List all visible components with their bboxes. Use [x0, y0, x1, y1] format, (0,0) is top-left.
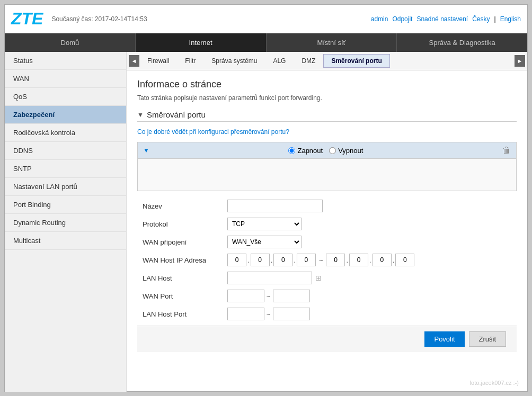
admin-link[interactable]: admin	[371, 15, 388, 23]
form-row-name: Název	[143, 200, 511, 212]
nav-item-mistni-sit[interactable]: Místní síť	[267, 33, 397, 52]
ip-to-1[interactable]	[326, 254, 345, 266]
table-container: ▼ Zapnout Vypnout	[137, 142, 517, 191]
blue-triangle-icon: ▼	[143, 147, 149, 154]
sidebar-item-sntp[interactable]: SNTP	[5, 160, 126, 178]
bottom-bar: Povolit Zrušit	[137, 326, 517, 352]
label-lan-port: LAN Host Port	[143, 310, 227, 318]
tab-dmz[interactable]: DMZ	[294, 54, 323, 68]
ip-group-from: . . . ~ . .	[227, 254, 414, 266]
radio-off-input[interactable]	[329, 147, 336, 154]
label-wan-port: WAN Port	[143, 292, 227, 300]
form-row-wan-ip: WAN Host IP Adresa . . . ~	[143, 254, 511, 266]
input-wan-port-from[interactable]	[227, 290, 264, 302]
tab-firewall[interactable]: Firewall	[139, 54, 177, 68]
radio-off-text: Vypnout	[338, 147, 363, 155]
radio-group: Zapnout Vypnout	[288, 147, 363, 155]
header-left: ZTE Současný čas: 2017-02-14T14:53	[11, 9, 147, 29]
section-help-link[interactable]: Co je dobré vědět při konfiguraci přesmě…	[137, 128, 517, 136]
time-value: 2017-02-14T14:53	[95, 15, 147, 23]
lan-search-icon[interactable]: ⊞	[315, 274, 322, 282]
sidebar-item-qos[interactable]: QoS	[5, 88, 126, 106]
input-lan-port-to[interactable]	[273, 308, 310, 320]
radio-off-label[interactable]: Vypnout	[329, 147, 363, 155]
nav-item-domu[interactable]: Domů	[5, 33, 136, 52]
tab-prev-button[interactable]: ◄	[129, 55, 139, 67]
nav-item-sprava[interactable]: Správa & Diagnostika	[397, 33, 527, 52]
tab-smerovani-portu[interactable]: Směrování portu	[323, 54, 389, 68]
radio-on-input[interactable]	[288, 147, 295, 154]
tab-filtr[interactable]: Filtr	[177, 54, 203, 68]
input-lan-port-from[interactable]	[227, 308, 264, 320]
sidebar-item-rodicovska[interactable]: Rodičovská kontrola	[5, 124, 126, 142]
logo: ZTE	[11, 9, 43, 29]
header-time: Současný čas: 2017-02-14T14:53	[51, 15, 147, 23]
section-header: ▼ Směrování portu	[137, 110, 517, 119]
wan-port-tilde: ~	[267, 292, 271, 300]
delete-icon[interactable]: 🗑	[502, 146, 511, 155]
section-title: Směrování portu	[147, 110, 206, 119]
page-info-desc: Tato stránka popisuje nastavení parametr…	[137, 94, 517, 102]
sidebar-item-ddns[interactable]: DDNS	[5, 142, 126, 160]
cancel-button[interactable]: Zrušit	[469, 331, 507, 347]
ip-range-sep: ~	[319, 256, 323, 264]
ip-from-1[interactable]	[227, 254, 246, 266]
ip-from-4[interactable]	[297, 254, 316, 266]
radio-on-label[interactable]: Zapnout	[288, 147, 323, 155]
ip-dot-5: .	[346, 256, 348, 264]
lan-host-row: ⊞	[227, 272, 322, 284]
page-info-title: Informace o stránce	[137, 79, 517, 90]
form-row-lan-port: LAN Host Port ~	[143, 308, 511, 320]
sidebar-item-lan-ports[interactable]: Nastavení LAN portů	[5, 178, 126, 196]
ip-to-2[interactable]	[349, 254, 368, 266]
form-area: Název Protokol TCP UDP TCP/UDP	[137, 200, 517, 320]
label-protokol: Protokol	[143, 220, 227, 228]
form-row-protocol: Protokol TCP UDP TCP/UDP	[143, 218, 511, 230]
lang-cs[interactable]: Česky	[472, 15, 490, 23]
input-lan-host[interactable]	[227, 272, 312, 284]
lang-en[interactable]: English	[500, 15, 521, 23]
main-nav: Domů Internet Místní síť Správa & Diagno…	[5, 33, 527, 52]
ip-dot-6: .	[369, 256, 371, 264]
input-wan-port-to[interactable]	[273, 290, 310, 302]
sidebar: Status WAN QoS Zabezpečení Rodičovská ko…	[5, 52, 127, 392]
ip-dot-2: .	[271, 256, 273, 264]
form-row-wan-port: WAN Port ~	[143, 290, 511, 302]
label-nazev: Název	[143, 202, 227, 210]
lang-sep: |	[494, 15, 496, 23]
sidebar-item-zabezpeceni[interactable]: Zabezpečení	[5, 106, 126, 124]
easy-setup-link[interactable]: Snadné nastavení	[416, 15, 468, 23]
label-wan-conn: WAN připojení	[143, 238, 227, 246]
select-wan-conn[interactable]: WAN_Vše	[227, 236, 302, 248]
select-protokol[interactable]: TCP UDP TCP/UDP	[227, 218, 302, 230]
ip-to-3[interactable]	[373, 254, 392, 266]
nav-item-internet[interactable]: Internet	[136, 33, 267, 52]
sidebar-item-dynamic-routing[interactable]: Dynamic Routing	[5, 214, 126, 232]
tab-alg[interactable]: ALG	[265, 54, 294, 68]
main-content: ◄ Firewall Filtr Správa systému ALG DMZ …	[127, 52, 527, 392]
table-header-left: ▼	[143, 147, 149, 154]
ip-from-2[interactable]	[251, 254, 270, 266]
table-header-row: ▼ Zapnout Vypnout	[138, 142, 516, 159]
ip-from-3[interactable]	[273, 254, 292, 266]
ip-to-4[interactable]	[395, 254, 414, 266]
section-triangle-icon: ▼	[137, 111, 144, 119]
header: ZTE Současný čas: 2017-02-14T14:53 admin…	[5, 5, 527, 33]
page-body: Informace o stránce Tato stránka popisuj…	[127, 70, 527, 361]
form-row-lan-host: LAN Host ⊞	[143, 272, 511, 284]
tab-next-button[interactable]: ►	[515, 55, 525, 67]
sidebar-item-status[interactable]: Status	[5, 52, 126, 70]
ip-dot-7: .	[393, 256, 395, 264]
label-wan-ip: WAN Host IP Adresa	[143, 256, 227, 264]
input-nazev[interactable]	[227, 200, 323, 212]
watermark: foto.jacek007.cz :-)	[469, 380, 519, 386]
allow-button[interactable]: Povolit	[424, 331, 464, 347]
sidebar-item-wan[interactable]: WAN	[5, 70, 126, 88]
disconnect-link[interactable]: Odpojit	[392, 15, 412, 23]
tab-sprava-systemu[interactable]: Správa systému	[203, 54, 265, 68]
sidebar-item-multicast[interactable]: Multicast	[5, 232, 126, 250]
header-right: admin Odpojit Snadné nastavení Česky | E…	[371, 15, 521, 23]
ip-dot-1: .	[247, 256, 250, 264]
lan-port-tilde: ~	[267, 310, 271, 318]
sidebar-item-port-binding[interactable]: Port Binding	[5, 196, 126, 214]
